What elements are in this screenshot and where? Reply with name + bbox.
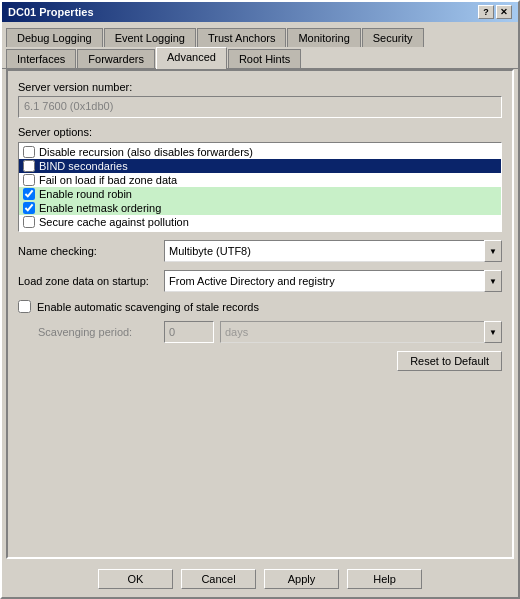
scavenging-period-row: Scavenging period: days hours ▼ <box>18 321 502 343</box>
tab-event-logging[interactable]: Event Logging <box>104 28 196 47</box>
reset-button[interactable]: Reset to Default <box>397 351 502 371</box>
cancel-button[interactable]: Cancel <box>181 569 256 589</box>
server-version-group: Server version number: 6.1 7600 (0x1db0) <box>18 81 502 118</box>
help-button[interactable]: ? <box>478 5 494 19</box>
tab-security[interactable]: Security <box>362 28 424 47</box>
load-zone-select[interactable]: From Active Directory and registry From … <box>164 270 502 292</box>
tab-debug-logging[interactable]: Debug Logging <box>6 28 103 47</box>
option-secure-cache[interactable]: Secure cache against pollution <box>19 215 501 229</box>
name-checking-select-wrapper: Multibyte (UTF8) Strict RFC (ANSI) Non R… <box>164 240 502 262</box>
server-options-group: Server options: Disable recursion (also … <box>18 126 502 232</box>
tab-monitoring[interactable]: Monitoring <box>287 28 360 47</box>
content-area: Server version number: 6.1 7600 (0x1db0)… <box>6 69 514 559</box>
help-dialog-button[interactable]: Help <box>347 569 422 589</box>
tab-row-2: Interfaces Forwarders Advanced Root Hint… <box>2 47 518 69</box>
window-title: DC01 Properties <box>8 6 94 18</box>
scavenging-checkbox-row: Enable automatic scavenging of stale rec… <box>18 300 502 313</box>
tab-trust-anchors[interactable]: Trust Anchors <box>197 28 286 47</box>
load-zone-label: Load zone data on startup: <box>18 275 158 287</box>
scavenging-unit-select-wrapper: days hours ▼ <box>220 321 502 343</box>
tab-interfaces[interactable]: Interfaces <box>6 49 76 68</box>
scavenging-period-label: Scavenging period: <box>38 326 158 338</box>
option-disable-recursion[interactable]: Disable recursion (also disables forward… <box>19 145 501 159</box>
options-list: Disable recursion (also disables forward… <box>18 142 502 232</box>
checkbox-fail-on-load[interactable] <box>23 174 35 186</box>
checkbox-netmask-ordering[interactable] <box>23 202 35 214</box>
tab-forwarders[interactable]: Forwarders <box>77 49 155 68</box>
ok-button[interactable]: OK <box>98 569 173 589</box>
option-netmask-ordering[interactable]: Enable netmask ordering <box>19 201 501 215</box>
checkbox-bind-secondaries[interactable] <box>23 160 35 172</box>
load-zone-select-wrapper: From Active Directory and registry From … <box>164 270 502 292</box>
main-window: DC01 Properties ? ✕ Debug Logging Event … <box>0 0 520 599</box>
option-fail-on-load[interactable]: Fail on load if bad zone data <box>19 173 501 187</box>
load-zone-row: Load zone data on startup: From Active D… <box>18 270 502 292</box>
server-version-value: 6.1 7600 (0x1db0) <box>18 96 502 118</box>
name-checking-select[interactable]: Multibyte (UTF8) Strict RFC (ANSI) Non R… <box>164 240 502 262</box>
option-bind-secondaries[interactable]: BIND secondaries <box>19 159 501 173</box>
bottom-buttons: OK Cancel Apply Help <box>2 563 518 597</box>
name-checking-label: Name checking: <box>18 245 158 257</box>
name-checking-row: Name checking: Multibyte (UTF8) Strict R… <box>18 240 502 262</box>
checkbox-round-robin[interactable] <box>23 188 35 200</box>
scavenging-period-input[interactable] <box>164 321 214 343</box>
title-bar-buttons: ? ✕ <box>478 5 512 19</box>
server-options-label: Server options: <box>18 126 502 138</box>
title-bar: DC01 Properties ? ✕ <box>2 2 518 22</box>
scavenging-checkbox-label: Enable automatic scavenging of stale rec… <box>37 301 259 313</box>
scavenging-unit-select[interactable]: days hours <box>220 321 502 343</box>
reset-row: Reset to Default <box>18 351 502 371</box>
tab-row-1: Debug Logging Event Logging Trust Anchor… <box>2 22 518 47</box>
checkbox-disable-recursion[interactable] <box>23 146 35 158</box>
tab-root-hints[interactable]: Root Hints <box>228 49 301 68</box>
apply-button[interactable]: Apply <box>264 569 339 589</box>
server-version-label: Server version number: <box>18 81 502 93</box>
scavenging-checkbox[interactable] <box>18 300 31 313</box>
option-round-robin[interactable]: Enable round robin <box>19 187 501 201</box>
tab-advanced[interactable]: Advanced <box>156 47 227 69</box>
checkbox-secure-cache[interactable] <box>23 216 35 228</box>
close-button[interactable]: ✕ <box>496 5 512 19</box>
